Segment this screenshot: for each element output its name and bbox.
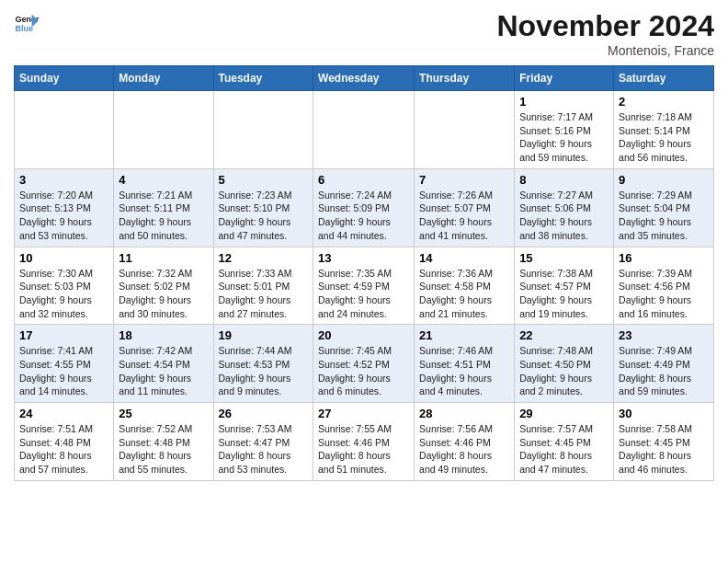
day-number: 21 (419, 328, 509, 342)
calendar-cell: 16Sunrise: 7:39 AM Sunset: 4:56 PM Dayli… (614, 247, 714, 325)
day-number: 6 (318, 173, 409, 187)
day-number: 3 (19, 173, 108, 187)
day-info: Sunrise: 7:55 AM Sunset: 4:46 PM Dayligh… (318, 422, 409, 477)
page-header: General Blue November 2024 Montenois, Fr… (14, 9, 714, 58)
day-info: Sunrise: 7:23 AM Sunset: 5:10 PM Dayligh… (219, 189, 309, 243)
week-row: 3Sunrise: 7:20 AM Sunset: 5:13 PM Daylig… (15, 168, 714, 247)
day-number: 14 (419, 251, 509, 265)
week-row: 24Sunrise: 7:51 AM Sunset: 4:48 PM Dayli… (15, 403, 714, 481)
day-info: Sunrise: 7:41 AM Sunset: 4:55 PM Dayligh… (19, 344, 108, 398)
calendar-cell: 1Sunrise: 7:17 AM Sunset: 5:16 PM Daylig… (515, 91, 614, 169)
calendar-cell: 9Sunrise: 7:29 AM Sunset: 5:04 PM Daylig… (614, 168, 714, 247)
day-number: 18 (119, 328, 208, 342)
day-info: Sunrise: 7:42 AM Sunset: 4:54 PM Dayligh… (119, 344, 208, 398)
day-number: 30 (619, 407, 709, 420)
day-info: Sunrise: 7:53 AM Sunset: 4:47 PM Dayligh… (219, 422, 309, 477)
weekday-header: Wednesday (313, 66, 415, 91)
calendar-cell (313, 91, 415, 169)
day-number: 12 (219, 251, 309, 265)
day-info: Sunrise: 7:24 AM Sunset: 5:09 PM Dayligh… (318, 189, 409, 243)
calendar-cell: 21Sunrise: 7:46 AM Sunset: 4:51 PM Dayli… (415, 325, 515, 403)
calendar-cell: 10Sunrise: 7:30 AM Sunset: 5:03 PM Dayli… (15, 247, 114, 325)
calendar-cell: 13Sunrise: 7:35 AM Sunset: 4:59 PM Dayli… (313, 247, 415, 325)
day-number: 27 (318, 407, 409, 420)
weekday-header: Thursday (415, 66, 515, 91)
day-info: Sunrise: 7:45 AM Sunset: 4:52 PM Dayligh… (318, 344, 409, 398)
calendar-cell: 24Sunrise: 7:51 AM Sunset: 4:48 PM Dayli… (15, 403, 114, 481)
day-info: Sunrise: 7:57 AM Sunset: 4:45 PM Dayligh… (519, 422, 609, 477)
calendar-cell: 27Sunrise: 7:55 AM Sunset: 4:46 PM Dayli… (313, 403, 415, 481)
calendar-cell: 22Sunrise: 7:48 AM Sunset: 4:50 PM Dayli… (515, 325, 614, 403)
day-info: Sunrise: 7:39 AM Sunset: 4:56 PM Dayligh… (619, 267, 709, 321)
day-info: Sunrise: 7:33 AM Sunset: 5:01 PM Dayligh… (219, 267, 309, 321)
day-number: 2 (619, 95, 709, 109)
day-info: Sunrise: 7:46 AM Sunset: 4:51 PM Dayligh… (419, 344, 509, 398)
day-info: Sunrise: 7:26 AM Sunset: 5:07 PM Dayligh… (419, 189, 509, 243)
day-number: 23 (619, 328, 709, 342)
weekday-header: Monday (114, 66, 213, 91)
day-number: 19 (219, 328, 309, 342)
calendar-cell (114, 91, 213, 169)
day-number: 16 (619, 251, 709, 265)
weekday-header: Saturday (614, 66, 714, 91)
calendar-cell: 17Sunrise: 7:41 AM Sunset: 4:55 PM Dayli… (15, 325, 114, 403)
calendar-cell: 23Sunrise: 7:49 AM Sunset: 4:49 PM Dayli… (614, 325, 714, 403)
calendar-cell: 4Sunrise: 7:21 AM Sunset: 5:11 PM Daylig… (114, 168, 213, 247)
calendar-cell: 12Sunrise: 7:33 AM Sunset: 5:01 PM Dayli… (213, 247, 313, 325)
day-number: 17 (19, 328, 108, 342)
day-number: 26 (219, 407, 309, 420)
day-info: Sunrise: 7:44 AM Sunset: 4:53 PM Dayligh… (219, 344, 309, 398)
title-area: November 2024 Montenois, France (496, 9, 714, 58)
calendar-cell: 26Sunrise: 7:53 AM Sunset: 4:47 PM Dayli… (213, 403, 313, 481)
day-number: 9 (619, 173, 709, 187)
calendar-cell: 6Sunrise: 7:24 AM Sunset: 5:09 PM Daylig… (313, 168, 415, 247)
day-info: Sunrise: 7:18 AM Sunset: 5:14 PM Dayligh… (619, 110, 709, 165)
calendar-cell: 30Sunrise: 7:58 AM Sunset: 4:45 PM Dayli… (614, 403, 714, 481)
day-number: 4 (119, 173, 208, 187)
calendar-cell: 20Sunrise: 7:45 AM Sunset: 4:52 PM Dayli… (313, 325, 415, 403)
day-info: Sunrise: 7:30 AM Sunset: 5:03 PM Dayligh… (19, 267, 108, 321)
calendar-cell (15, 91, 114, 169)
weekday-header: Sunday (15, 66, 114, 91)
day-info: Sunrise: 7:52 AM Sunset: 4:48 PM Dayligh… (119, 422, 208, 477)
weekday-header: Friday (515, 66, 614, 91)
logo-icon: General Blue (14, 9, 40, 35)
day-number: 15 (519, 251, 609, 265)
calendar-cell: 25Sunrise: 7:52 AM Sunset: 4:48 PM Dayli… (114, 403, 213, 481)
calendar-cell (415, 91, 515, 169)
day-info: Sunrise: 7:48 AM Sunset: 4:50 PM Dayligh… (519, 344, 609, 398)
week-row: 1Sunrise: 7:17 AM Sunset: 5:16 PM Daylig… (15, 91, 714, 169)
calendar-cell: 19Sunrise: 7:44 AM Sunset: 4:53 PM Dayli… (213, 325, 313, 403)
calendar-cell: 28Sunrise: 7:56 AM Sunset: 4:46 PM Dayli… (415, 403, 515, 481)
calendar-cell (213, 91, 313, 169)
day-number: 22 (519, 328, 609, 342)
weekday-header-row: SundayMondayTuesdayWednesdayThursdayFrid… (15, 66, 714, 91)
calendar-cell: 5Sunrise: 7:23 AM Sunset: 5:10 PM Daylig… (213, 168, 313, 247)
calendar-cell: 7Sunrise: 7:26 AM Sunset: 5:07 PM Daylig… (415, 168, 515, 247)
weekday-header: Tuesday (213, 66, 313, 91)
logo: General Blue (14, 9, 40, 35)
day-info: Sunrise: 7:38 AM Sunset: 4:57 PM Dayligh… (519, 267, 609, 321)
calendar-cell: 29Sunrise: 7:57 AM Sunset: 4:45 PM Dayli… (515, 403, 614, 481)
day-number: 29 (519, 407, 609, 420)
month-title: November 2024 (496, 9, 714, 43)
calendar-cell: 18Sunrise: 7:42 AM Sunset: 4:54 PM Dayli… (114, 325, 213, 403)
day-number: 13 (318, 251, 409, 265)
day-info: Sunrise: 7:21 AM Sunset: 5:11 PM Dayligh… (119, 189, 208, 243)
week-row: 10Sunrise: 7:30 AM Sunset: 5:03 PM Dayli… (15, 247, 714, 325)
svg-text:Blue: Blue (15, 24, 33, 33)
calendar-cell: 11Sunrise: 7:32 AM Sunset: 5:02 PM Dayli… (114, 247, 213, 325)
day-number: 8 (519, 173, 609, 187)
calendar-cell: 15Sunrise: 7:38 AM Sunset: 4:57 PM Dayli… (515, 247, 614, 325)
day-info: Sunrise: 7:27 AM Sunset: 5:06 PM Dayligh… (519, 189, 609, 243)
day-info: Sunrise: 7:20 AM Sunset: 5:13 PM Dayligh… (19, 189, 108, 243)
day-info: Sunrise: 7:29 AM Sunset: 5:04 PM Dayligh… (619, 189, 709, 243)
day-info: Sunrise: 7:35 AM Sunset: 4:59 PM Dayligh… (318, 267, 409, 321)
day-info: Sunrise: 7:32 AM Sunset: 5:02 PM Dayligh… (119, 267, 208, 321)
day-info: Sunrise: 7:51 AM Sunset: 4:48 PM Dayligh… (19, 422, 108, 477)
day-number: 11 (119, 251, 208, 265)
day-info: Sunrise: 7:58 AM Sunset: 4:45 PM Dayligh… (619, 422, 709, 477)
day-number: 1 (519, 95, 609, 109)
calendar-cell: 14Sunrise: 7:36 AM Sunset: 4:58 PM Dayli… (415, 247, 515, 325)
week-row: 17Sunrise: 7:41 AM Sunset: 4:55 PM Dayli… (15, 325, 714, 403)
